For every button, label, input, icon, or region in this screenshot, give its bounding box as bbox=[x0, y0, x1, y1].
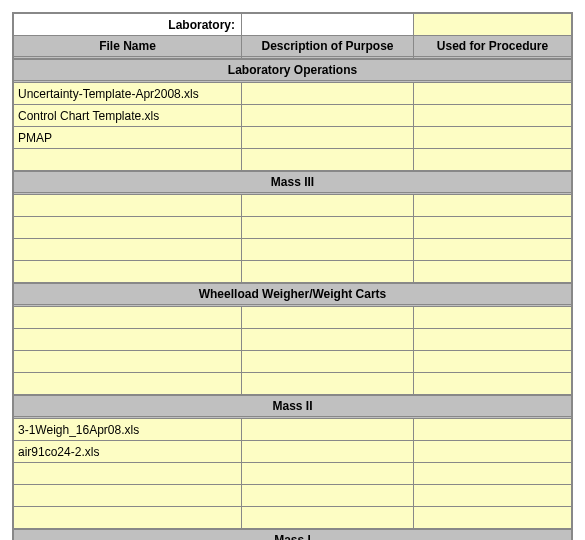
table-row bbox=[14, 351, 571, 373]
cell-used-for[interactable] bbox=[414, 83, 571, 105]
column-header-row: File Name Description of Purpose Used fo… bbox=[14, 36, 571, 59]
table-row bbox=[14, 195, 571, 217]
cell-file-name[interactable] bbox=[14, 463, 242, 485]
laboratory-spacer bbox=[414, 14, 571, 36]
cell-description[interactable] bbox=[242, 149, 414, 171]
cell-file-name[interactable] bbox=[14, 507, 242, 529]
cell-used-for[interactable] bbox=[414, 373, 571, 395]
cell-file-name[interactable]: 3-1Weigh_16Apr08.xls bbox=[14, 419, 242, 441]
table-row: air91co24-2.xls bbox=[14, 441, 571, 463]
table-row bbox=[14, 507, 571, 529]
header-used-for: Used for Procedure bbox=[414, 36, 571, 59]
cell-description[interactable] bbox=[242, 239, 414, 261]
table-row: 3-1Weigh_16Apr08.xls bbox=[14, 419, 571, 441]
section-title: Mass II bbox=[14, 394, 571, 419]
cell-used-for[interactable] bbox=[414, 441, 571, 463]
cell-used-for[interactable] bbox=[414, 329, 571, 351]
cell-description[interactable] bbox=[242, 441, 414, 463]
cell-file-name[interactable] bbox=[14, 373, 242, 395]
spreadsheet: Laboratory: File Name Description of Pur… bbox=[12, 12, 573, 540]
cell-used-for[interactable] bbox=[414, 217, 571, 239]
cell-description[interactable] bbox=[242, 485, 414, 507]
cell-file-name[interactable]: air91co24-2.xls bbox=[14, 441, 242, 463]
cell-used-for[interactable] bbox=[414, 195, 571, 217]
cell-file-name[interactable] bbox=[14, 329, 242, 351]
laboratory-label: Laboratory: bbox=[14, 14, 242, 36]
table-row bbox=[14, 307, 571, 329]
table-row: Control Chart Template.xls bbox=[14, 105, 571, 127]
cell-description[interactable] bbox=[242, 373, 414, 395]
header-description: Description of Purpose bbox=[242, 36, 414, 59]
cell-description[interactable] bbox=[242, 217, 414, 239]
cell-used-for[interactable] bbox=[414, 261, 571, 283]
cell-used-for[interactable] bbox=[414, 507, 571, 529]
section-title: Wheelload Weigher/Weight Carts bbox=[14, 282, 571, 307]
cell-file-name[interactable] bbox=[14, 195, 242, 217]
section-title: Mass III bbox=[14, 170, 571, 195]
table-row bbox=[14, 463, 571, 485]
cell-file-name[interactable] bbox=[14, 217, 242, 239]
cell-description[interactable] bbox=[242, 351, 414, 373]
table-row bbox=[14, 261, 571, 283]
cell-file-name[interactable] bbox=[14, 307, 242, 329]
cell-file-name[interactable]: Uncertainty-Template-Apr2008.xls bbox=[14, 83, 242, 105]
section-header: Laboratory Operations bbox=[14, 58, 571, 83]
table-row bbox=[14, 217, 571, 239]
laboratory-row: Laboratory: bbox=[14, 14, 571, 36]
laboratory-value[interactable] bbox=[242, 14, 414, 36]
cell-used-for[interactable] bbox=[414, 307, 571, 329]
cell-file-name[interactable]: Control Chart Template.xls bbox=[14, 105, 242, 127]
cell-description[interactable] bbox=[242, 261, 414, 283]
section-title: Laboratory Operations bbox=[14, 58, 571, 83]
cell-file-name[interactable]: PMAP bbox=[14, 127, 242, 149]
section-header: Wheelload Weigher/Weight Carts bbox=[14, 282, 571, 307]
cell-used-for[interactable] bbox=[414, 419, 571, 441]
table-row bbox=[14, 329, 571, 351]
cell-used-for[interactable] bbox=[414, 105, 571, 127]
header-file-name: File Name bbox=[14, 36, 242, 59]
cell-description[interactable] bbox=[242, 83, 414, 105]
table-row bbox=[14, 239, 571, 261]
cell-used-for[interactable] bbox=[414, 127, 571, 149]
section-header: Mass I bbox=[14, 528, 571, 540]
cell-description[interactable] bbox=[242, 463, 414, 485]
cell-description[interactable] bbox=[242, 127, 414, 149]
cell-description[interactable] bbox=[242, 195, 414, 217]
cell-description[interactable] bbox=[242, 105, 414, 127]
cell-description[interactable] bbox=[242, 507, 414, 529]
table-row bbox=[14, 485, 571, 507]
section-header: Mass III bbox=[14, 170, 571, 195]
cell-file-name[interactable] bbox=[14, 239, 242, 261]
cell-file-name[interactable] bbox=[14, 149, 242, 171]
cell-file-name[interactable] bbox=[14, 351, 242, 373]
table-row: PMAP bbox=[14, 127, 571, 149]
cell-used-for[interactable] bbox=[414, 239, 571, 261]
table-row bbox=[14, 149, 571, 171]
cell-file-name[interactable] bbox=[14, 261, 242, 283]
table-row: Uncertainty-Template-Apr2008.xls bbox=[14, 83, 571, 105]
cell-used-for[interactable] bbox=[414, 149, 571, 171]
table-row bbox=[14, 373, 571, 395]
cell-description[interactable] bbox=[242, 329, 414, 351]
cell-used-for[interactable] bbox=[414, 485, 571, 507]
cell-description[interactable] bbox=[242, 307, 414, 329]
cell-description[interactable] bbox=[242, 419, 414, 441]
section-header: Mass II bbox=[14, 394, 571, 419]
cell-file-name[interactable] bbox=[14, 485, 242, 507]
cell-used-for[interactable] bbox=[414, 351, 571, 373]
cell-used-for[interactable] bbox=[414, 463, 571, 485]
section-title: Mass I bbox=[14, 528, 571, 540]
